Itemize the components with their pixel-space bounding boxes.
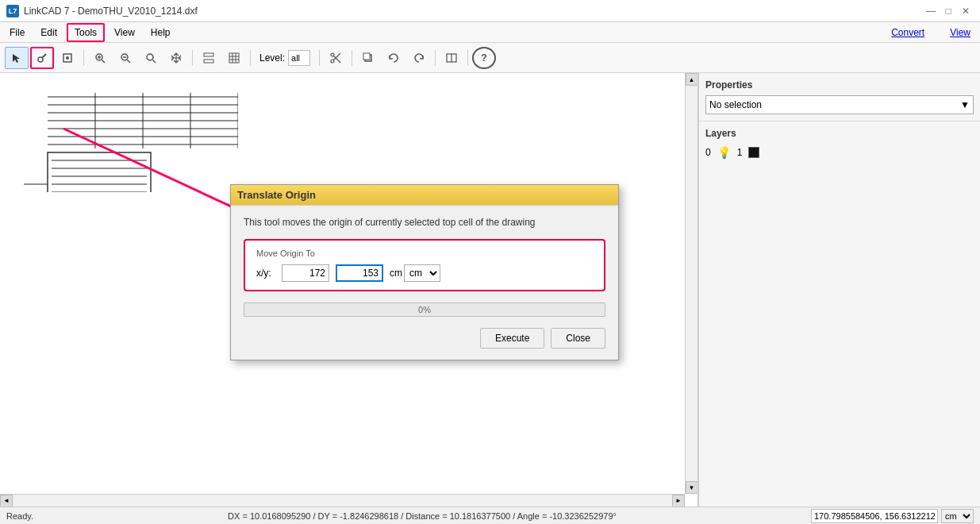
status-unit-select[interactable]: cm mm in — [941, 509, 974, 523]
redo-button[interactable] — [407, 47, 431, 69]
pcb-canvas[interactable] — [0, 73, 238, 192]
toolbar-separator-4 — [319, 50, 320, 66]
unit-select[interactable]: cm mm in ft — [404, 264, 440, 282]
svg-rect-28 — [0, 73, 238, 192]
properties-title: Properties — [705, 79, 974, 91]
toolbar-separator-5 — [352, 50, 352, 66]
zoom-in-button[interactable] — [88, 47, 112, 69]
vertical-scrollbar[interactable]: ▲ ▼ — [685, 73, 698, 494]
status-position: cm mm in — [811, 509, 974, 523]
dialog-title: Translate Origin — [237, 189, 316, 201]
svg-point-11 — [147, 54, 153, 60]
sidebar: Properties No selection ▼ Layers 0 💡 1 — [698, 73, 980, 507]
minimize-button[interactable]: — — [923, 3, 939, 19]
status-bar: Ready. DX = 10.0168095290 / DY = -1.8246… — [0, 507, 980, 524]
level-input[interactable] — [288, 50, 310, 66]
tool-transform-button[interactable] — [56, 47, 79, 69]
layer-count-0: 1 — [737, 147, 743, 158]
title-bar: L7 LinkCAD 7 - DemoTHU_V2010_1214.dxf — … — [0, 0, 980, 22]
move-origin-title: Move Origin To — [256, 249, 593, 258]
grid-button[interactable] — [222, 47, 246, 69]
svg-line-12 — [153, 60, 156, 63]
close-dialog-button[interactable]: Close — [551, 328, 605, 349]
layer-name-0: 0 — [705, 147, 711, 158]
svg-rect-19 — [229, 53, 239, 63]
execute-button[interactable]: Execute — [480, 328, 544, 349]
scroll-up-button[interactable]: ▲ — [686, 73, 698, 86]
layers-title: Layers — [705, 128, 974, 139]
position-input[interactable] — [811, 509, 938, 523]
selection-label: No selection — [709, 99, 762, 110]
layer-visibility-icon[interactable]: 💡 — [717, 146, 731, 159]
svg-rect-25 — [363, 53, 370, 60]
split-button[interactable] — [440, 47, 463, 69]
status-coordinates: DX = 10.0168095290 / DY = -1.8246298618 … — [46, 511, 798, 521]
properties-section: Properties No selection ▼ — [699, 73, 980, 121]
progress-bar: 0% — [244, 302, 605, 317]
layers-button[interactable] — [197, 47, 221, 69]
scroll-down-button[interactable]: ▼ — [686, 481, 698, 494]
xy-label: x/y: — [256, 268, 275, 279]
level-control: Level: — [259, 50, 310, 66]
scroll-right-button[interactable]: ► — [672, 495, 685, 507]
cut-button[interactable] — [324, 47, 348, 69]
toolbar-separator-2 — [192, 50, 193, 66]
copy-button[interactable] — [356, 47, 380, 69]
properties-dropdown[interactable]: No selection ▼ — [705, 95, 974, 114]
close-button[interactable]: ✕ — [958, 3, 974, 19]
status-ready: Ready. — [6, 511, 33, 521]
zoom-fit-button[interactable] — [139, 47, 163, 69]
svg-point-20 — [331, 60, 334, 63]
convert-button[interactable]: Convert — [885, 25, 931, 40]
svg-line-9 — [128, 60, 131, 63]
undo-button[interactable] — [382, 47, 405, 69]
app-icon: L7 — [6, 5, 19, 17]
menu-tools[interactable]: Tools — [67, 23, 105, 42]
svg-line-5 — [102, 60, 106, 63]
maximize-button[interactable]: □ — [940, 3, 956, 19]
menu-edit[interactable]: Edit — [34, 25, 63, 40]
zoom-out-button[interactable] — [113, 47, 137, 69]
dropdown-chevron: ▼ — [960, 99, 970, 110]
unit-selector: cm cm mm in ft — [390, 264, 440, 282]
dialog-titlebar: Translate Origin — [231, 185, 618, 206]
dialog-footer: Execute Close — [244, 328, 605, 349]
main-layout: Translate Origin This tool moves the ori… — [0, 73, 980, 507]
svg-line-1 — [42, 54, 46, 58]
window-title: LinkCAD 7 - DemoTHU_V2010_1214.dxf — [24, 6, 198, 17]
svg-point-21 — [331, 53, 334, 56]
toolbar: Level: ? — [0, 43, 980, 73]
y-value-input[interactable] — [336, 264, 383, 282]
level-label: Level: — [259, 52, 285, 64]
scroll-left-button[interactable]: ◄ — [0, 495, 13, 507]
help-button[interactable]: ? — [472, 47, 496, 69]
toolbar-separator-6 — [435, 50, 436, 66]
progress-text: 0% — [418, 305, 431, 314]
window-controls: — □ ✕ — [923, 3, 974, 19]
svg-rect-14 — [204, 60, 213, 63]
layer-row-0[interactable]: 0 💡 1 — [705, 144, 974, 161]
move-origin-row: x/y: cm cm mm in ft — [256, 264, 593, 282]
dialog-body: This tool moves the origin of currently … — [231, 206, 618, 360]
menu-bar: File Edit Tools View Help Convert View — [0, 22, 980, 43]
select-tool-button[interactable] — [5, 47, 29, 69]
menu-view[interactable]: View — [108, 25, 141, 40]
unit-display: cm — [390, 268, 402, 279]
toolbar-separator-3 — [250, 50, 251, 66]
toolbar-separator-7 — [467, 50, 468, 66]
menu-file[interactable]: File — [3, 25, 31, 40]
move-origin-group: Move Origin To x/y: cm cm mm in — [244, 239, 605, 291]
menu-help[interactable]: Help — [144, 25, 177, 40]
canvas-area[interactable]: Translate Origin This tool moves the ori… — [0, 73, 698, 507]
horizontal-scrollbar[interactable]: ◄ ► — [0, 494, 685, 507]
svg-point-3 — [66, 56, 69, 60]
svg-rect-13 — [204, 53, 213, 56]
x-value-input[interactable] — [282, 264, 329, 282]
toolbar-separator-1 — [83, 50, 84, 66]
layer-color-swatch-0[interactable] — [748, 147, 759, 158]
translate-origin-dialog: Translate Origin This tool moves the ori… — [230, 184, 619, 360]
view-button[interactable]: View — [943, 25, 977, 40]
tool-wrench-button[interactable] — [30, 47, 54, 69]
pan-button[interactable] — [164, 47, 188, 69]
layers-section: Layers 0 💡 1 — [699, 121, 980, 507]
